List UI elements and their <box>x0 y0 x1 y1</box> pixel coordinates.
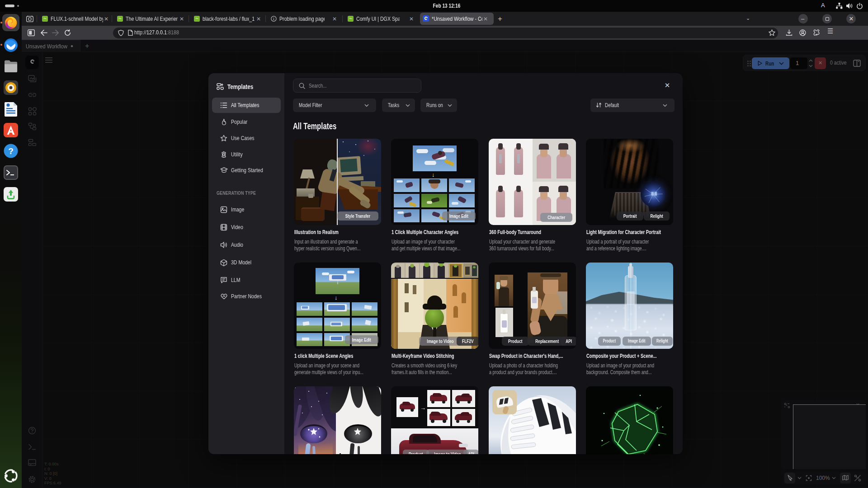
svg-text:?: ? <box>8 146 14 156</box>
